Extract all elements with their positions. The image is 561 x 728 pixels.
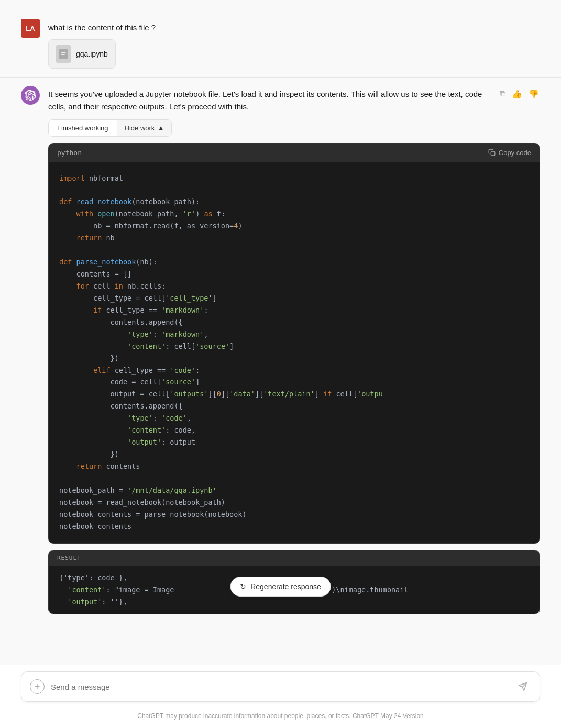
regenerate-button[interactable]: ↻ Regenerate response bbox=[230, 577, 331, 597]
copy-code-label: Copy code bbox=[499, 149, 531, 157]
bottom-bar: + ChatGPT may produce inaccurate informa… bbox=[0, 665, 561, 728]
send-button[interactable] bbox=[514, 678, 531, 695]
hide-work-label: Hide work bbox=[125, 124, 155, 132]
avatar-label: LA bbox=[26, 25, 35, 32]
svg-rect-1 bbox=[491, 151, 495, 156]
finished-working-bar: Finished working Hide work ▲ bbox=[48, 119, 172, 137]
assistant-message: It seems you've uploaded a Jupyter noteb… bbox=[0, 78, 561, 623]
action-icons: ⧉ 👍 👎 bbox=[499, 86, 540, 100]
user-message-content: what is the content of this file ? gqa.i… bbox=[48, 19, 499, 69]
chevron-up-icon: ▲ bbox=[158, 124, 164, 131]
hide-work-button[interactable]: Hide work ▲ bbox=[117, 120, 172, 136]
input-container: + bbox=[21, 671, 540, 702]
file-name: gqa.ipynb bbox=[76, 50, 108, 58]
thumbdown-icon[interactable]: 👎 bbox=[527, 88, 540, 100]
user-avatar: LA bbox=[21, 19, 40, 38]
copy-code-button[interactable]: Copy code bbox=[488, 149, 531, 157]
footer-text: ChatGPT may produce inaccurate informati… bbox=[0, 708, 561, 728]
footer-disclaimer: ChatGPT may produce inaccurate informati… bbox=[137, 712, 350, 720]
svg-rect-0 bbox=[59, 49, 68, 59]
copy-icon[interactable]: ⧉ bbox=[499, 88, 507, 100]
code-lang-label: python bbox=[57, 149, 82, 157]
gpt-avatar bbox=[21, 86, 40, 105]
file-icon bbox=[56, 45, 71, 63]
code-header: python Copy code bbox=[49, 144, 540, 162]
footer-version-link[interactable]: ChatGPT May 24 Version bbox=[353, 712, 424, 720]
finished-working-label: Finished working bbox=[49, 120, 117, 136]
add-attachment-button[interactable]: + bbox=[30, 679, 45, 694]
file-attachment: gqa.ipynb bbox=[48, 39, 116, 69]
user-text: what is the content of this file ? bbox=[48, 19, 499, 34]
assistant-intro-text: It seems you've uploaded a Jupyter noteb… bbox=[48, 86, 499, 113]
message-header: It seems you've uploaded a Jupyter noteb… bbox=[48, 86, 540, 119]
regenerate-label: Regenerate response bbox=[250, 582, 321, 591]
regenerate-icon: ↻ bbox=[240, 582, 246, 591]
input-area-wrapper: + bbox=[0, 665, 561, 708]
result-header-label: RESULT bbox=[49, 550, 540, 566]
user-message: LA what is the content of this file ? gq… bbox=[0, 10, 561, 77]
code-block: python Copy code import nbformat def rea… bbox=[48, 143, 540, 544]
assistant-content-area: It seems you've uploaded a Jupyter noteb… bbox=[48, 86, 540, 615]
thumbup-icon[interactable]: 👍 bbox=[511, 88, 523, 100]
message-input[interactable] bbox=[51, 682, 508, 691]
code-body: import nbformat def read_notebook(notebo… bbox=[49, 162, 540, 543]
